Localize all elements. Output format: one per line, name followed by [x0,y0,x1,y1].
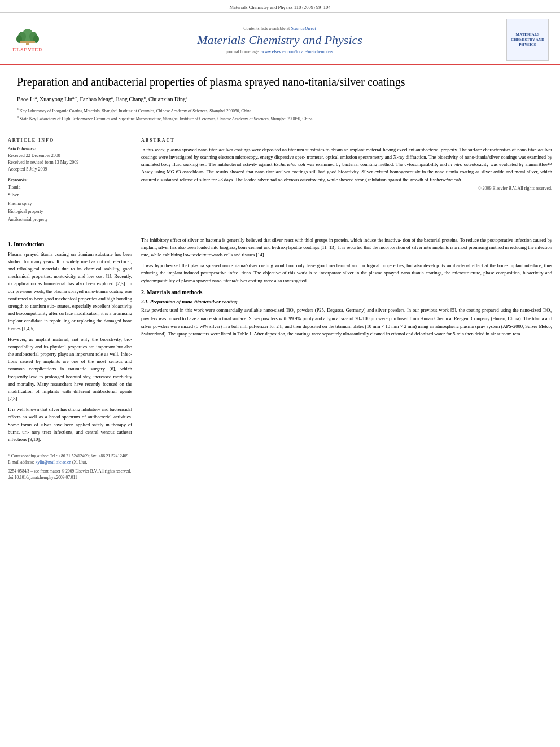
journal-homepage-line: journal homepage: www.elsevier.com/locat… [53,49,506,54]
journal-logo-box: MATERIALSCHEMISTRY ANDPHYSICS [506,19,549,61]
section-label: Introduction [14,241,44,247]
abstract-title: ABSTRACT [141,138,552,143]
authors-line: Baoe Lia, Xuanyong Liua,*, Fanhao Menga,… [17,95,543,103]
journal-logo-text: MATERIALSCHEMISTRY ANDPHYSICS [511,32,544,47]
keywords-section: Keywords: Titania Silver Plasma spray Bi… [8,177,132,224]
elsevier-tree-icon [14,24,42,46]
main-left-column: 1. Introduction Plasma sprayed titania c… [8,237,132,480]
subsection-2-1-title: 2.1. Preparation of nano-titania/silver … [141,299,552,304]
intro-para-3: It is well known that silver has strong … [8,406,132,443]
keyword-bio: Biological property [8,208,132,216]
history-section: Article history: Received 22 December 20… [8,146,132,173]
keyword-titania: Titania [8,184,132,191]
elsevier-logo: ELSEVIER [8,24,47,55]
journal-citation-header: Materials Chemistry and Physics 118 (200… [0,0,560,13]
affiliation-a: a Key Laboratory of Inorganic Coating Ma… [17,107,543,114]
article-info-title: ARTICLE INFO [8,138,132,143]
revised-date: Received in revised form 13 May 2009 [8,159,132,166]
footnote-corresponding: * Corresponding author. Tel.: +86 21 524… [8,453,132,459]
section-number: 1. [8,241,14,247]
homepage-prefix: journal homepage: [226,49,260,54]
footnote-section: * Corresponding author. Tel.: +86 21 524… [8,449,132,480]
right-intro-para-1: The inhibitory effect of silver on bacte… [141,237,552,259]
sciencedirect-line: Contents lists available at ScienceDirec… [53,26,506,31]
affiliation-b: b State Key Laboratory of High Performan… [17,115,543,122]
journal-citation-text: Materials Chemistry and Physics 118 (200… [229,5,330,10]
sup-a3: a [186,95,187,100]
journal-title-banner: Materials Chemistry and Physics [53,33,506,47]
accepted-date: Accepted 5 July 2009 [8,166,132,173]
article-info-column: ARTICLE INFO Article history: Received 2… [8,134,132,230]
page-container: Materials Chemistry and Physics 118 (200… [0,0,560,747]
homepage-url[interactable]: www.elsevier.com/locate/matchemphys [261,49,333,54]
methods-number: 2. [141,289,147,295]
keyword-plasma: Plasma spray [8,200,132,208]
main-right-column: The inhibitory effect of silver on bacte… [141,237,552,480]
article-info-box: ARTICLE INFO Article history: Received 2… [8,134,132,224]
article-title: Preparation and antibacterial properties… [17,75,543,89]
abstract-box: ABSTRACT In this work, plasma sprayed na… [141,134,552,191]
affiliation-a-text: Key Laboratory of Inorganic Coating Mate… [20,108,252,113]
abstract-text: In this work, plasma sprayed nano-titani… [141,146,552,184]
sup-b: b [144,95,146,100]
keyword-silver: Silver [8,191,132,199]
elsevier-logo-area: ELSEVIER [8,24,53,55]
affiliations: a Key Laboratory of Inorganic Coating Ma… [17,107,543,122]
sup-a-star: a,* [72,95,77,100]
received-date: Received 22 December 2008 [8,152,132,159]
main-content: 1. Introduction Plasma sprayed titania c… [0,230,560,480]
contents-label: Contents lists available at [243,26,290,31]
affiliation-b-text: State Key Laboratory of High Performance… [20,116,313,121]
footnote-doi: doi:10.1016/j.matchemphys.2009.07.011 [8,474,132,480]
methods-label: Materials and methods [147,289,202,295]
sup-a1: a [35,95,37,100]
methods-para-1: Raw powders used in this work were comme… [141,307,552,338]
history-label: Article history: [8,146,132,151]
methods-title: 2. Materials and methods [141,289,552,295]
intro-para-2: However, as implant material, not only t… [8,336,132,403]
keywords-list: Titania Silver Plasma spray Biological p… [8,184,132,224]
copyright-line: © 2009 Elsevier B.V. All rights reserved… [141,186,552,191]
sciencedirect-link[interactable]: ScienceDirect [291,26,316,31]
article-title-section: Preparation and antibacterial properties… [0,65,560,122]
divider [8,128,552,128]
keyword-antibacterial: Antibacterial property [8,216,132,224]
keywords-label: Keywords: [8,177,132,182]
introduction-title: 1. Introduction [8,241,132,247]
right-intro-para-2: It was hypothesized that plasma sprayed … [141,262,552,285]
banner-center: Contents lists available at ScienceDirec… [53,26,506,54]
article-info-abstract-section: ARTICLE INFO Article history: Received 2… [0,134,560,230]
svg-rect-6 [20,41,35,43]
footnote-email: E-mail address: xyliu@mail.sic.ac.cn (X.… [8,459,132,465]
elsevier-text: ELSEVIER [12,47,43,53]
abstract-column: ABSTRACT In this work, plasma sprayed na… [141,134,552,230]
journal-banner: ELSEVIER Contents lists available at Sci… [0,15,560,65]
intro-para-1: Plasma sprayed titania coating on titani… [8,251,132,333]
footnote-issn: 0254-0584/$ – see front matter © 2009 El… [8,468,132,474]
email-link[interactable]: xyliu@mail.sic.ac.cn [36,460,71,465]
sup-a2: a [111,95,113,100]
